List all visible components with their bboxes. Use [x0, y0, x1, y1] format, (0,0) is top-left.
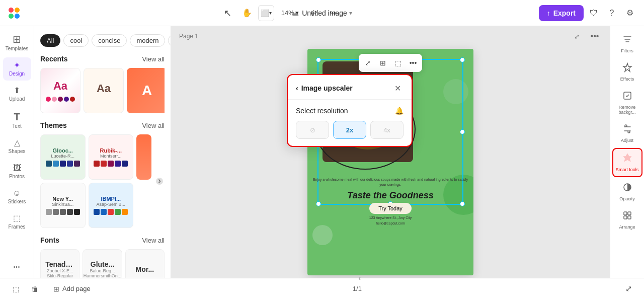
recents-view-all[interactable]: View all: [142, 55, 165, 63]
sidebar-item-design[interactable]: ✦ Design: [3, 57, 31, 81]
recents-section: Recents View all Aa Aa: [34, 51, 171, 117]
shield-icon[interactable]: 🛡: [586, 5, 602, 21]
blob-3: [312, 225, 333, 245]
settings-icon[interactable]: ⚙: [622, 5, 638, 21]
bottom-page-icon-button[interactable]: ⬚: [8, 281, 23, 296]
right-tool-opacity[interactable]: Opacity: [612, 178, 642, 205]
topbar: ↖ ✋ ⬜ ▾ 14% ▾ ↩ ↪ ☁ Untitled image ▾ ↑ E…: [0, 0, 644, 26]
theme-color: [94, 209, 100, 215]
sidebar-item-frames[interactable]: ⬚ Frames: [3, 210, 31, 234]
upscaler-back-button[interactable]: ‹ Image upscaler: [296, 84, 353, 92]
resolution-2x-option[interactable]: 2x: [333, 121, 366, 139]
sidebar-item-stickers[interactable]: ☺ Stickers: [3, 185, 31, 208]
tag-concise[interactable]: concise: [92, 34, 127, 47]
fonts-grid: Tenada-... Zoobel X-E... Stilu-Regular G…: [40, 249, 165, 278]
help-icon[interactable]: ?: [604, 5, 620, 21]
handle-top-left[interactable]: [316, 57, 321, 62]
theme-color: [46, 161, 52, 167]
resolution-disabled-option: ⊘: [296, 121, 329, 139]
bottom-trash-button[interactable]: 🗑: [27, 281, 42, 296]
sidebar-item-more[interactable]: •••: [3, 261, 31, 274]
color-dot: [52, 97, 57, 102]
canvas-address-2: hello@capcut.com: [312, 221, 468, 225]
float-frame-tool[interactable]: ⬚: [391, 56, 405, 70]
theme-color: [53, 209, 59, 215]
templates-icon: ⊞: [13, 34, 21, 44]
right-tool-effects[interactable]: Effects: [612, 58, 642, 86]
recent-card-0[interactable]: Aa: [40, 68, 80, 113]
upscaler-close-button[interactable]: ✕: [391, 82, 404, 94]
font-card-glute[interactable]: Glute... Baloo-Reg... HammersmithOn...: [83, 249, 122, 278]
theme-card-orange[interactable]: [136, 134, 151, 180]
theme-card-rubik[interactable]: Rubik-... Montserr...: [89, 134, 134, 180]
text-icon: T: [14, 112, 20, 122]
theme-color: [108, 161, 114, 167]
left-panel: All cool concise modern ▾ Recents View a…: [34, 26, 171, 278]
svg-point-3: [15, 14, 20, 19]
recent-card-2[interactable]: A: [127, 68, 165, 113]
theme-color: [101, 209, 107, 215]
design-icon: ✦: [14, 61, 20, 69]
upload-icon: ⬆: [14, 87, 20, 95]
upscaler-select-row: Select resolution 🔔: [296, 107, 404, 115]
sidebar-item-shapes[interactable]: △ Shapes: [3, 135, 31, 158]
handle-right-mid[interactable]: [460, 129, 465, 134]
svg-rect-11: [628, 216, 631, 219]
tag-cool[interactable]: cool: [63, 34, 89, 47]
prev-page-button[interactable]: ‹: [353, 271, 367, 285]
remove-bg-icon: [622, 91, 632, 103]
right-tool-filters[interactable]: Filters: [612, 30, 642, 57]
theme-color: [74, 209, 80, 215]
theme-color: [122, 209, 128, 215]
page-expand-button[interactable]: ⤢: [570, 29, 584, 43]
theme-color: [101, 161, 107, 167]
canvas-page-options: ⤢ •••: [570, 29, 602, 43]
page-more-button[interactable]: •••: [588, 29, 602, 43]
next-page-button[interactable]: ›: [353, 292, 367, 299]
page-label: Page 1: [179, 33, 198, 40]
upscaler-header: ‹ Image upscaler ✕: [288, 75, 412, 100]
frame-tool[interactable]: ⬜ ▾: [258, 5, 274, 21]
recent-card-1[interactable]: Aa: [84, 68, 124, 113]
sidebar-item-upload[interactable]: ⬆ Upload: [3, 83, 31, 106]
theme-card-newyork[interactable]: New Y... SinkinSa...: [40, 183, 86, 228]
tag-all[interactable]: All: [40, 34, 60, 47]
float-grid-tool[interactable]: ⊞: [376, 56, 390, 70]
fullscreen-button[interactable]: ⤢: [622, 282, 636, 296]
right-tool-adjust[interactable]: Adjust: [612, 120, 642, 147]
hand-tool[interactable]: ✋: [239, 5, 255, 21]
canvas-body-text: Enjoy a wholesome meal with our deliciou…: [312, 177, 468, 187]
canvas-address-1: 123 Anywhere St., Any City: [312, 216, 468, 219]
sidebar-item-photos[interactable]: 🖼 Photos: [3, 160, 31, 183]
upscaler-info-icon[interactable]: 🔔: [395, 107, 404, 115]
sidebar-item-text[interactable]: T Text: [3, 108, 31, 133]
float-select-tool[interactable]: ⤢: [361, 56, 375, 70]
themes-section: Themes View all Glooc... Lucette-R...: [34, 117, 171, 232]
theme-color: [94, 161, 100, 167]
theme-card-glooc[interactable]: Glooc... Lucette-R...: [40, 134, 86, 180]
cursor-tool[interactable]: ↖: [220, 5, 236, 21]
photos-icon: 🖼: [13, 164, 21, 172]
handle-top-right[interactable]: [460, 57, 465, 62]
fonts-view-all[interactable]: View all: [142, 237, 165, 244]
add-page-button[interactable]: ⊞ Add page: [46, 282, 98, 296]
right-tool-smart-tools[interactable]: Smart tools: [612, 148, 642, 177]
themes-next-button[interactable]: [154, 159, 165, 204]
font-card-tenada[interactable]: Tenada-... Zoobel X-E... Stilu-Regular: [40, 249, 79, 278]
sidebar-item-templates[interactable]: ⊞ Templates: [3, 30, 31, 55]
export-button[interactable]: ↑ Export: [539, 5, 584, 21]
font-card-more[interactable]: Mor...: [125, 249, 165, 278]
color-dot: [70, 97, 75, 102]
right-tool-arrange[interactable]: Arrange: [612, 206, 642, 234]
float-more-tool[interactable]: •••: [406, 56, 420, 70]
fonts-header: Fonts View all: [40, 236, 165, 244]
app-logo[interactable]: [6, 5, 22, 21]
select-resolution-label: Select resolution: [296, 107, 348, 115]
theme-card-ibmplex[interactable]: IBMPl... Asap-SemiB...: [89, 183, 134, 228]
document-title[interactable]: Untitled image ▾: [302, 9, 352, 17]
resolution-4x-option[interactable]: 4x: [370, 121, 404, 139]
tag-modern[interactable]: modern: [130, 34, 165, 47]
right-tool-remove-bg[interactable]: Remove backgr...: [612, 87, 642, 119]
canvas-cta-button[interactable]: Try Today: [369, 203, 412, 214]
themes-view-all[interactable]: View all: [142, 122, 165, 129]
